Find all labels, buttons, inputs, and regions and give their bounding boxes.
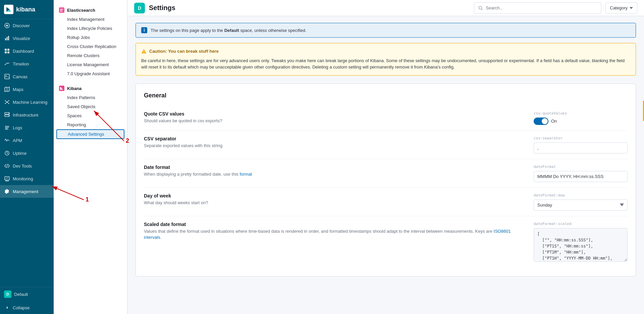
logs-icon [4,125,10,131]
setting-row-day-of-week: Day of week What day should weeks start … [144,188,628,216]
toggle-switch-quote-csv[interactable] [534,118,548,125]
sidebar-item-label: Dev Tools [13,164,32,169]
info-icon [141,27,147,33]
kibana-logo-icon [4,5,13,14]
elasticsearch-section-icon [59,7,64,13]
toggle-container: On [534,118,628,125]
sidebar-item-label: Discover [13,23,30,28]
setting-name: Scaled date format [144,222,527,227]
subnav-section-kibana: Kibana Index Patterns Saved Objects Spac… [54,81,127,142]
sidebar-item-timelion[interactable]: Timelion [0,57,54,70]
subnav-item-reporting[interactable]: Reporting [54,120,127,129]
subnav-item-upgrade-assistant[interactable]: 7.0 Upgrade Assistant [54,69,127,78]
warning-banner: Caution: You can break stuff here Be car… [136,43,636,76]
format-link[interactable]: format [239,172,252,177]
category-dropdown[interactable]: Category [605,2,637,14]
sidebar-item-label: Machine Learning [13,100,47,105]
user-profile[interactable]: D Default [0,287,54,301]
scaled-date-format-textarea[interactable]: [ ["", "HH:mm:ss.SSS"], ["PT1S", "HH:mm:… [534,228,628,262]
sidebar-item-label: Visualize [13,36,30,41]
setting-desc: When displaying a pretty formatted date,… [144,171,527,177]
svg-rect-40 [144,29,145,29]
sidebar-item-label: Monitoring [13,176,33,181]
subnav-item-index-lifecycle[interactable]: Index Lifecycle Policies [54,24,127,33]
sidebar-item-visualize[interactable]: Visualize [0,32,54,45]
collapse-button[interactable]: Collapse [0,301,54,314]
sidebar-item-label: Logs [13,125,22,130]
sidebar-item-label: APM [13,138,22,143]
sidebar-item-canvas[interactable]: Canvas [0,70,54,83]
user-label: Default [14,292,28,297]
map-icon [4,86,10,92]
info-banner: The settings on this page apply to the D… [136,23,636,38]
svg-rect-7 [7,51,9,53]
nav-list: Discover Visualize Dashboard Timelion [0,19,54,198]
svg-rect-4 [5,49,7,51]
grid-icon [4,48,10,54]
setting-desc: Separate exported values with this strin… [144,143,527,149]
setting-key: dateFormat:dow [534,193,628,197]
sidebar-item-label: Canvas [13,74,28,79]
svg-rect-41 [144,51,144,52]
toggle-label: On [551,119,557,124]
setting-row-date-format: Date format When displaying a pretty for… [144,159,628,188]
subnav-item-spaces[interactable]: Spaces [54,111,127,120]
sidebar-item-label: Dashboard [13,49,34,54]
subnav-section-header-kibana: Kibana [54,84,127,93]
sidebar-item-dashboard[interactable]: Dashboard [0,45,54,57]
infra-icon [4,112,10,118]
banner-info-bold: Default [224,28,239,33]
sidebar-item-devtools[interactable]: Dev Tools [0,160,54,172]
sidebar-item-maps[interactable]: Maps [0,83,54,96]
sidebar-item-logs[interactable]: Logs [0,121,54,134]
svg-line-20 [7,102,9,103]
sidebar-item-ml[interactable]: Machine Learning [0,96,54,108]
gear-icon [4,188,10,194]
sidebar-item-discover[interactable]: Discover [0,19,54,32]
setting-name: CSV separator [144,136,527,141]
sidebar-logo: kibana [0,0,54,19]
banner-info-text: The settings on this page apply to the [151,28,224,33]
subnav-item-rollup-jobs[interactable]: Rollup Jobs [54,33,127,42]
subnav-item-license-management[interactable]: License Management [54,60,127,69]
chevron-down-icon [630,7,633,9]
subnav-item-remote-clusters[interactable]: Remote Clusters [54,51,127,60]
ml-icon [4,99,10,105]
sidebar-item-apm[interactable]: APM [0,134,54,147]
sidebar-item-infrastructure[interactable]: Infrastructure [0,108,54,121]
monitoring-icon [4,176,10,182]
svg-point-36 [479,6,482,9]
search-input[interactable] [486,5,597,10]
canvas-icon [4,74,10,80]
subnav-item-index-management[interactable]: Index Management [54,15,127,24]
search-bar[interactable] [474,2,601,14]
sidebar-item-management[interactable]: Management [0,185,54,198]
subnav-section-elasticsearch: Elasticsearch Index Management Index Lif… [54,3,127,81]
setting-desc: What day should weeks start on? [144,200,527,206]
day-of-week-select[interactable]: Sunday Monday Saturday [534,199,628,211]
subnav-item-index-patterns[interactable]: Index Patterns [54,93,127,102]
setting-key: dateFormat [534,165,628,169]
svg-rect-30 [5,177,9,180]
subnav-item-advanced-settings[interactable]: Advanced Settings [56,129,124,139]
subnav-item-saved-objects[interactable]: Saved Objects [54,102,127,111]
setting-desc: Should values be quoted in csv exports? [144,118,527,124]
section-title: General [144,92,628,99]
date-format-input[interactable] [534,171,628,182]
setting-row-quote-csv: Quote CSV values Should values be quoted… [144,106,628,131]
svg-point-24 [8,116,9,116]
sidebar-item-monitoring[interactable]: Monitoring [0,172,54,185]
svg-rect-39 [144,30,145,32]
sidebar-item-label: Maps [13,87,23,92]
svg-line-37 [482,9,483,10]
csv-separator-input[interactable] [534,142,628,153]
setting-row-csv-separator: CSV separator Separate exported values w… [144,131,628,159]
banner-info-text2: space, unless otherwise specified. [239,28,307,33]
content-area: The settings on this page apply to the D… [127,16,644,314]
subnav-item-cross-cluster[interactable]: Cross Cluster Replication [54,42,127,51]
svg-rect-8 [5,74,9,79]
devtools-icon [4,163,10,169]
subnav-section-header-elasticsearch: Elasticsearch [54,5,127,15]
settings-section-general: General Quote CSV values Should values b… [136,84,636,276]
sidebar-item-uptime[interactable]: Uptime [0,147,54,160]
